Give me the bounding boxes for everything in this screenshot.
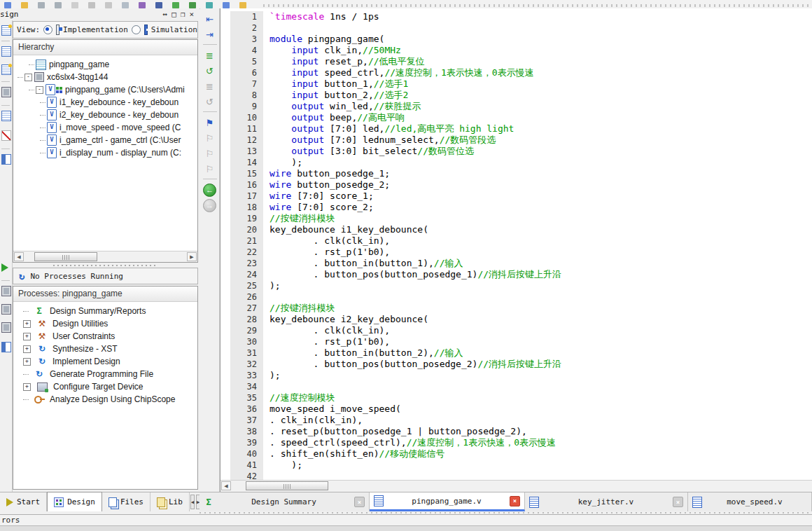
- toolbar-icon[interactable]: [105, 2, 112, 8]
- implementation-label[interactable]: Implementation: [63, 25, 128, 34]
- expander-icon[interactable]: +: [23, 345, 31, 353]
- tree-item[interactable]: Vi_display_num - display_num (C:: [13, 146, 197, 159]
- scroll-left-icon[interactable]: ◀: [14, 252, 24, 261]
- tree-item[interactable]: pingpang_game: [13, 58, 197, 71]
- code-editor[interactable]: 1`timescale 1ns / 1ps23module pingpang_g…: [220, 8, 812, 492]
- simulation-radio[interactable]: [132, 25, 141, 34]
- layout-icon[interactable]: [1, 154, 11, 165]
- line-number: 9: [230, 101, 263, 112]
- tree-item[interactable]: Vi1_key_debounce - key_deboun: [13, 96, 197, 109]
- indent-icon[interactable]: ⇥: [203, 27, 217, 41]
- toolbar-icon[interactable]: [206, 2, 213, 8]
- toolbar-icon[interactable]: [239, 2, 246, 8]
- outdent-icon[interactable]: ⇤: [203, 12, 217, 26]
- implementation-radio[interactable]: [43, 25, 52, 34]
- expander-icon[interactable]: +: [23, 383, 31, 391]
- sim-chip-icon[interactable]: [1, 286, 11, 296]
- prev-bookmark-icon[interactable]: ⚐: [203, 146, 217, 160]
- toolbar-icon[interactable]: [223, 2, 230, 8]
- refresh-icon[interactable]: ↻: [19, 271, 24, 281]
- toolbar-icon[interactable]: [155, 2, 162, 8]
- panel-tab-files[interactable]: Files: [102, 492, 150, 511]
- undo-icon[interactable]: ↺: [203, 64, 217, 78]
- close-icon[interactable]: ×: [189, 10, 194, 19]
- back-icon[interactable]: ←: [203, 184, 216, 197]
- process-item[interactable]: +⚒User Constraints: [13, 330, 197, 343]
- toolbar-icon[interactable]: [172, 2, 179, 8]
- report-icon[interactable]: [1, 111, 11, 121]
- line-number: 23: [230, 258, 263, 269]
- process-item-label: User Constraints: [52, 331, 115, 341]
- hierarchy-hscrollbar[interactable]: ◀ ▶: [13, 251, 197, 262]
- errors-label-partial[interactable]: rors: [1, 516, 20, 525]
- editor-tab-pingpang-game-v[interactable]: pingpang_game.v×: [370, 492, 525, 511]
- editor-tab-key-jitter-v[interactable]: key_jitter.v×: [525, 492, 688, 511]
- sim-chip-icon[interactable]: [1, 304, 11, 315]
- toolbar-icon[interactable]: [21, 2, 28, 8]
- select-lines-icon[interactable]: ≣: [203, 48, 217, 62]
- tree-item[interactable]: -Vpingpang_game (C:\Users\Admi: [13, 83, 197, 96]
- toolbar-icon[interactable]: [71, 2, 78, 8]
- redo-lines-icon[interactable]: ≣: [203, 79, 217, 93]
- scrollbar-thumb[interactable]: [246, 481, 328, 490]
- editor-tab-design-summary[interactable]: ΣDesign Summary×: [200, 492, 370, 511]
- expander-icon[interactable]: -: [36, 86, 43, 94]
- add-source-icon[interactable]: [1, 64, 11, 75]
- code-text: //按键消抖模块: [263, 303, 335, 314]
- toolbar-icon[interactable]: [38, 2, 45, 8]
- new-source-icon[interactable]: [1, 25, 11, 36]
- scroll-left-icon[interactable]: ◀: [221, 481, 231, 490]
- editor-hscrollbar[interactable]: ◀: [220, 480, 812, 492]
- process-item[interactable]: Analyze Design Using ChipScope: [13, 393, 197, 406]
- sim-chip-icon[interactable]: [1, 322, 11, 333]
- simulation-label[interactable]: Simulation: [151, 25, 197, 34]
- process-item[interactable]: +↻Synthesize - XST: [13, 343, 197, 355]
- expander-icon[interactable]: +: [23, 320, 31, 328]
- editor-tab-move-speed-v[interactable]: move_speed.v: [688, 492, 812, 511]
- clear-bookmarks-icon[interactable]: ⚐: [203, 162, 217, 176]
- restore-icon[interactable]: ❐: [181, 10, 186, 19]
- run-process-icon[interactable]: [1, 263, 8, 272]
- forward-icon[interactable]: →: [203, 199, 216, 212]
- tree-item[interactable]: -xc6slx4-3tqg144: [13, 71, 197, 83]
- close-tab-icon[interactable]: ×: [354, 497, 365, 507]
- tree-item[interactable]: Vi_game_ctrl - game_ctrl (C:\User: [13, 134, 197, 146]
- process-item[interactable]: +⚒Design Utilities: [13, 317, 197, 330]
- toggle-bookmark-icon[interactable]: ⚑: [203, 116, 217, 130]
- expander-icon[interactable]: +: [23, 358, 31, 366]
- process-item[interactable]: +↻Implement Design: [13, 355, 197, 368]
- process-item[interactable]: ΣDesign Summary/Reports: [13, 305, 197, 317]
- panel-tab-lib[interactable]: Lib: [150, 492, 190, 511]
- maximize-icon[interactable]: □: [172, 10, 176, 19]
- panel-splitter[interactable]: [13, 264, 198, 267]
- expander-icon[interactable]: -: [24, 74, 32, 81]
- hierarchy-tree[interactable]: pingpang_game-xc6slx4-3tqg144-Vpingpang_…: [13, 55, 197, 159]
- chip-icon[interactable]: [1, 87, 11, 97]
- process-item[interactable]: +Configure Target Device: [13, 380, 197, 393]
- toolbar-icon[interactable]: [88, 2, 95, 8]
- panel-tab-start[interactable]: Start: [0, 492, 47, 511]
- toolbar-icon[interactable]: [122, 2, 129, 8]
- processes-list[interactable]: ΣDesign Summary/Reports+⚒Design Utilitie…: [13, 302, 197, 406]
- scroll-right-icon[interactable]: ▶: [187, 252, 197, 261]
- undock-icon[interactable]: ↔: [163, 10, 168, 19]
- scrollbar-thumb[interactable]: [34, 252, 97, 261]
- toolbar-icon[interactable]: [4, 2, 11, 8]
- tree-item[interactable]: Vi_move_speed - move_speed (C: [13, 121, 197, 134]
- view-source-icon[interactable]: [1, 46, 11, 57]
- layout-icon[interactable]: [1, 342, 11, 352]
- toolbar-icon[interactable]: [55, 2, 62, 8]
- tree-item[interactable]: Vi2_key_debounce - key_deboun: [13, 109, 197, 121]
- redo-icon[interactable]: ↺: [203, 95, 217, 109]
- close-tab-icon[interactable]: ×: [510, 496, 520, 506]
- toolbar-icon[interactable]: [139, 2, 146, 8]
- code-area[interactable]: 1`timescale 1ns / 1ps23module pingpang_g…: [220, 8, 812, 481]
- toolbar-icon[interactable]: [189, 2, 196, 8]
- process-item[interactable]: ↻Generate Programming File: [13, 368, 197, 380]
- disable-icon[interactable]: [1, 130, 11, 141]
- close-tab-icon[interactable]: ×: [673, 497, 683, 507]
- panel-tab-design[interactable]: Design: [47, 492, 102, 511]
- tab-scroll-left-icon[interactable]: ◀: [190, 495, 195, 509]
- next-bookmark-icon[interactable]: ⚐: [203, 131, 217, 145]
- expander-icon[interactable]: +: [23, 333, 31, 340]
